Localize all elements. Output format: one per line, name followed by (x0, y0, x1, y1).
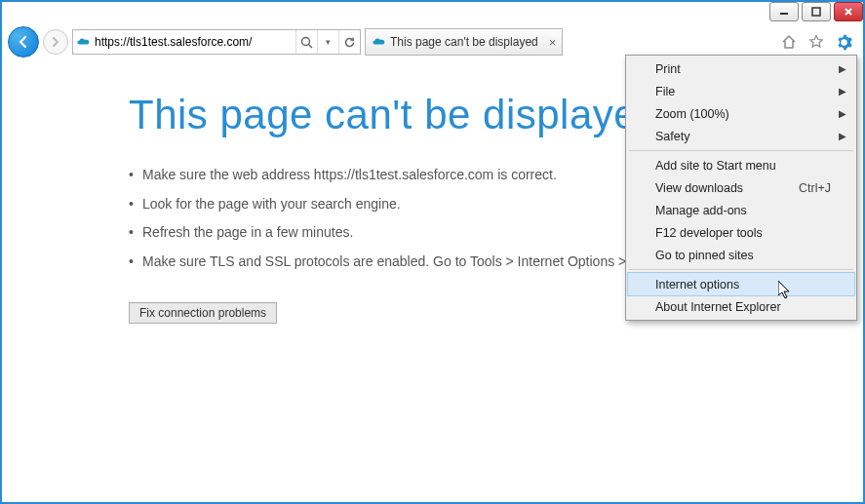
star-icon (808, 34, 824, 50)
tab-title: This page can't be displayed (390, 35, 538, 49)
favorites-button[interactable] (806, 32, 826, 52)
submenu-arrow-icon: ▶ (839, 63, 846, 74)
tab-close-button[interactable]: × (543, 35, 557, 50)
salesforce-cloud-icon (372, 37, 385, 48)
menu-label: Add site to Start menu (655, 159, 776, 173)
salesforce-cloud-icon (76, 37, 90, 48)
close-button[interactable] (834, 2, 863, 21)
menu-label: Manage add-ons (655, 204, 747, 217)
svg-point-4 (302, 37, 310, 45)
menu-label: F12 developer tools (655, 226, 763, 240)
tools-button[interactable] (834, 32, 853, 52)
navigation-bar: ▾ This page can't be displayed × (2, 25, 863, 58)
arrow-right-icon (50, 36, 61, 48)
refresh-icon (343, 36, 356, 49)
home-icon (781, 34, 797, 50)
url-input[interactable] (93, 31, 295, 53)
menu-manage-addons[interactable]: Manage add-ons (628, 199, 854, 221)
site-icon (73, 37, 93, 48)
menu-internet-options[interactable]: Internet options (628, 273, 854, 295)
menu-safety[interactable]: Safety▶ (628, 125, 854, 147)
menu-zoom[interactable]: Zoom (100%)▶ (628, 102, 854, 125)
svg-line-5 (309, 44, 313, 48)
fix-connection-button[interactable]: Fix connection problems (129, 302, 277, 324)
menu-label: Internet options (655, 278, 739, 291)
svg-rect-1 (812, 8, 820, 16)
menu-shortcut: Ctrl+J (799, 181, 831, 195)
menu-file[interactable]: File▶ (628, 80, 854, 102)
menu-separator (629, 269, 853, 270)
menu-label: Go to pinned sites (655, 249, 754, 262)
menu-label: Zoom (100%) (655, 107, 729, 121)
submenu-arrow-icon: ▶ (839, 131, 846, 141)
maximize-button[interactable] (802, 2, 831, 21)
search-dropdown[interactable]: ▾ (317, 30, 338, 54)
back-button[interactable] (8, 26, 39, 58)
browser-window: ▾ This page can't be displayed × This pa… (0, 0, 865, 504)
gear-icon (836, 34, 852, 51)
menu-label: Print (655, 62, 681, 76)
search-button[interactable] (295, 30, 317, 54)
forward-button[interactable] (43, 29, 68, 55)
menu-label: View downloads (655, 181, 743, 195)
refresh-button[interactable] (338, 30, 360, 54)
submenu-arrow-icon: ▶ (839, 108, 846, 119)
menu-separator (629, 150, 853, 151)
menu-view-downloads[interactable]: View downloadsCtrl+J (628, 176, 854, 199)
menu-label: File (655, 85, 675, 98)
address-bar[interactable]: ▾ (72, 29, 361, 55)
menu-about[interactable]: About Internet Explorer (628, 295, 854, 318)
submenu-arrow-icon: ▶ (839, 86, 846, 97)
search-icon (300, 36, 313, 49)
menu-add-site[interactable]: Add site to Start menu (628, 154, 854, 176)
arrow-left-icon (16, 34, 31, 50)
menu-print[interactable]: Print▶ (628, 58, 854, 80)
home-button[interactable] (779, 32, 799, 52)
menu-label: Safety (655, 130, 689, 143)
minimize-button[interactable] (769, 2, 799, 21)
menu-label: About Internet Explorer (655, 300, 781, 314)
browser-tab[interactable]: This page can't be displayed × (365, 28, 563, 56)
tools-menu: Print▶ File▶ Zoom (100%)▶ Safety▶ Add si… (625, 55, 857, 321)
title-bar (2, 2, 863, 25)
menu-f12-tools[interactable]: F12 developer tools (628, 221, 854, 244)
menu-pinned-sites[interactable]: Go to pinned sites (628, 244, 854, 266)
